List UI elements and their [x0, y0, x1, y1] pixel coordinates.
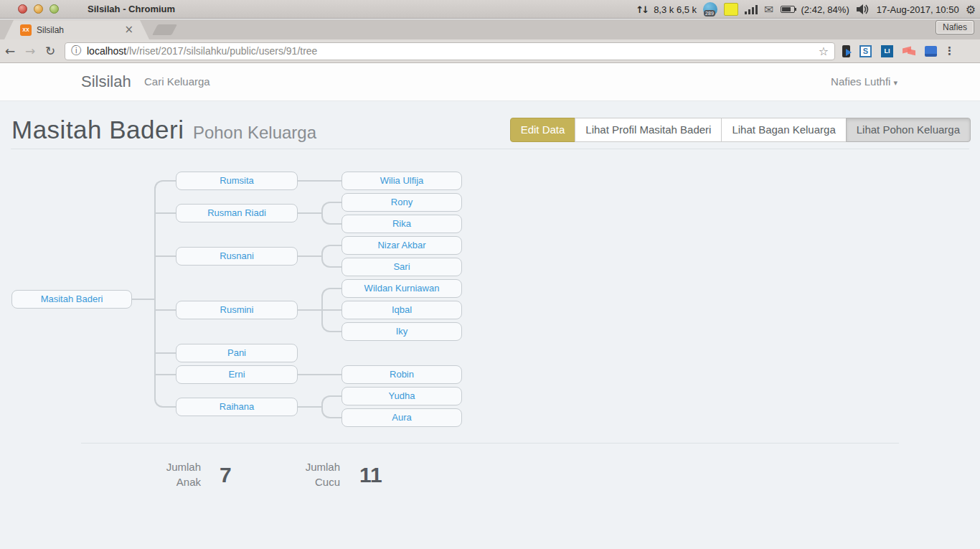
mail-icon[interactable]: ✉ — [764, 3, 773, 17]
tree-node[interactable]: Wildan Kurniawan — [341, 279, 462, 298]
stat-cucu-value-wrap: 11 — [359, 463, 382, 487]
system-tray: ↑↓ 8,3 k 6,5 k 289 ✉ (2:42, 84%) 17-Aug-… — [636, 0, 976, 19]
tree-connector — [154, 309, 176, 311]
tree-connector — [154, 212, 176, 214]
volume-icon[interactable] — [856, 4, 870, 15]
mobile-share-extension-icon[interactable] — [842, 45, 850, 57]
address-bar[interactable]: ⓘ localhost /lv/riset/2017/silsilahku/pu… — [65, 42, 835, 60]
tree-connector — [154, 352, 176, 354]
window-minimize-button[interactable] — [34, 4, 43, 14]
back-icon[interactable]: ← — [0, 44, 20, 58]
bookmark-star-icon[interactable]: ☆ — [819, 44, 829, 58]
tree-connector — [298, 309, 321, 311]
tree-node[interactable]: Rika — [341, 215, 462, 233]
tree-node[interactable]: Robin — [341, 365, 462, 384]
network-updown-icon[interactable]: ↑↓ — [636, 4, 647, 15]
reload-icon[interactable]: ↻ — [40, 44, 60, 58]
page-content: Silsilah Cari Keluarga Nafies Luthfi▾ Ma… — [0, 63, 980, 549]
system-panel: Silsilah - Chromium ↑↓ 8,3 k 6,5 k 289 ✉… — [0, 0, 980, 19]
new-tab-button[interactable] — [152, 24, 177, 35]
browser-toolbar: ← → ↻ ⓘ localhost /lv/riset/2017/silsila… — [0, 39, 980, 63]
tree-connector — [321, 395, 341, 418]
tree-connector — [154, 255, 176, 257]
indicator-circle-icon[interactable]: 289 — [703, 2, 717, 17]
tree-node[interactable]: Iqbal — [341, 301, 462, 319]
blue-extension-icon[interactable] — [925, 46, 937, 57]
notes-list-icon[interactable] — [724, 3, 738, 16]
url-host: localhost — [87, 45, 126, 57]
signal-strength-icon[interactable] — [745, 4, 758, 14]
clock-label: 17-Aug-2017, 10:50 — [877, 4, 959, 15]
page-info-icon[interactable]: ⓘ — [71, 44, 81, 57]
tree-connector — [154, 374, 176, 375]
browser-menu-icon[interactable]: ⋮ — [944, 44, 955, 57]
divider-bottom — [81, 443, 899, 444]
tree-node[interactable]: Rusman Riadi — [176, 204, 298, 222]
tree-node[interactable]: Rumsita — [176, 172, 298, 190]
tree-connector — [298, 374, 341, 375]
stat-cucu-label2: Cucu — [315, 476, 340, 488]
tab-title: Silsilah — [37, 25, 124, 35]
family-tree: Masitah BaderiRumsitaWilia UlfijaRusman … — [0, 63, 980, 549]
tree-node[interactable]: Sari — [341, 258, 462, 276]
tree-connector — [298, 180, 341, 182]
forward-icon[interactable]: → — [20, 44, 40, 58]
tree-node[interactable]: Rusmini — [176, 301, 298, 319]
tree-node[interactable]: Rusnani — [176, 247, 298, 266]
extension-icons: S LI — [842, 45, 937, 57]
tree-connector — [298, 212, 321, 214]
stat-anak-label2: Anak — [176, 476, 201, 488]
stat-anak-value: 7 — [220, 463, 232, 487]
window-close-button[interactable] — [18, 4, 27, 14]
tree-node[interactable]: Yudha — [341, 387, 462, 405]
tree-node[interactable]: Rony — [341, 193, 462, 212]
tree-connector — [132, 299, 154, 300]
gear-icon[interactable]: ⚙ — [966, 3, 976, 17]
battery-status-label: (2:42, 84%) — [801, 4, 849, 15]
laravel-extension-icon[interactable] — [903, 46, 915, 56]
window-title: Silsilah - Chromium — [88, 4, 175, 14]
session-tooltip: Nafies — [936, 20, 974, 34]
browser-tab[interactable]: XX Silsilah × — [4, 20, 149, 39]
tree-connector — [298, 406, 321, 408]
window-controls — [18, 4, 59, 14]
window-maximize-button[interactable] — [50, 4, 59, 14]
tree-node[interactable]: Aura — [341, 408, 462, 427]
tree-connector — [321, 309, 341, 311]
network-speed-label: 8,3 k 6,5 k — [654, 4, 697, 15]
s-extension-icon[interactable]: S — [859, 45, 872, 57]
tree-node[interactable]: Erni — [176, 365, 298, 384]
battery-icon[interactable] — [781, 6, 795, 13]
url-path: /lv/riset/2017/silsilahku/public/users/9… — [126, 45, 317, 57]
tree-node[interactable]: Iky — [341, 322, 462, 341]
tree-connector — [321, 202, 341, 225]
xampp-favicon-icon: XX — [20, 24, 32, 36]
tree-node[interactable]: Raihana — [176, 398, 298, 416]
tree-node[interactable]: Wilia Ulfija — [341, 172, 462, 190]
li-extension-icon[interactable]: LI — [881, 45, 893, 57]
tab-strip: XX Silsilah × — [0, 19, 980, 39]
tree-connector — [321, 245, 341, 268]
stat-anak-value-wrap: 7 — [220, 463, 232, 487]
stat-anak-label1: Jumlah — [166, 461, 201, 473]
tree-node[interactable]: Pani — [176, 344, 298, 362]
tab-close-icon[interactable]: × — [124, 24, 133, 35]
stat-cucu: JumlahCucu — [296, 459, 340, 489]
tree-node[interactable]: Masitah Baderi — [11, 290, 132, 309]
stat-anak: JumlahAnak — [156, 459, 201, 489]
tree-connector — [298, 255, 321, 257]
stat-cucu-value: 11 — [359, 463, 382, 487]
indicator-badge: 289 — [704, 10, 715, 17]
tree-node[interactable]: Nizar Akbar — [341, 236, 462, 255]
stat-cucu-label1: Jumlah — [306, 461, 340, 473]
